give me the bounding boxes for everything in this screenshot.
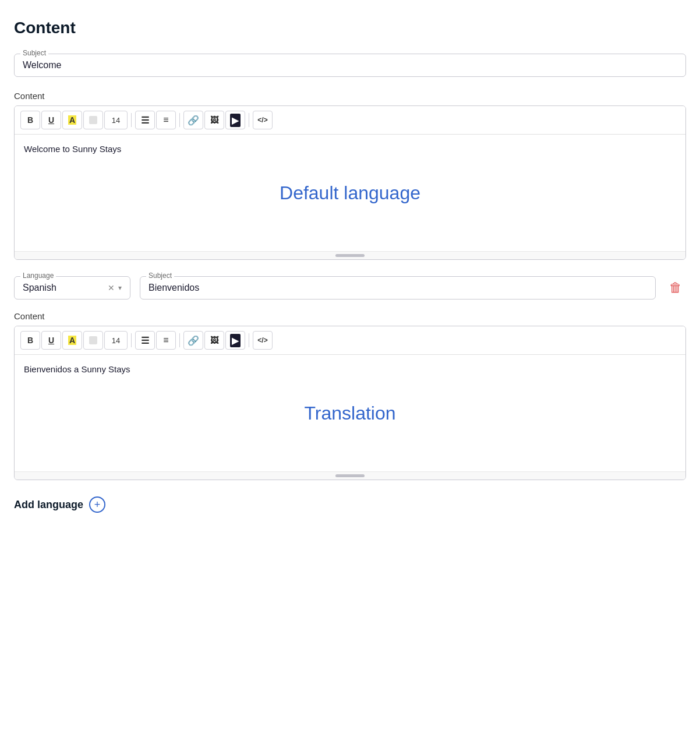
bold-button-default[interactable]: B xyxy=(20,111,40,129)
toolbar-sep-1 xyxy=(131,113,132,127)
editor-scrollbar-default xyxy=(15,251,685,259)
translation-label: Translation xyxy=(304,403,395,424)
align-button-default[interactable]: ≡ xyxy=(156,111,176,129)
font-size-button-translation[interactable]: 14 xyxy=(104,331,128,350)
underline-button-default[interactable]: U xyxy=(41,111,61,129)
video-button-default[interactable]: ▶ xyxy=(225,111,245,129)
editor-body-default[interactable]: Welcome to Sunny Stays Default language xyxy=(15,135,685,251)
list-icon-translation: ☰ xyxy=(141,335,149,346)
image-button-default[interactable]: 🖼 xyxy=(204,111,224,129)
link-icon: 🔗 xyxy=(188,115,199,126)
code-button-default[interactable]: </> xyxy=(253,111,273,129)
subject-field-group: Subject xyxy=(14,54,686,77)
add-language-row: Add language + xyxy=(14,496,686,513)
font-bg-button-translation[interactable] xyxy=(83,331,103,350)
video-icon-translation: ▶ xyxy=(230,334,241,347)
font-a-letter-translation: A xyxy=(68,336,76,345)
video-button-translation[interactable]: ▶ xyxy=(225,331,245,350)
scrollbar-handle-translation[interactable] xyxy=(335,474,365,477)
editor-toolbar-default: B U A 14 ☰ ≡ 🔗 🖼 ▶ xyxy=(15,106,685,135)
editor-body-translation[interactable]: Bienvenidos a Sunny Stays Translation xyxy=(15,355,685,471)
delete-translation-button[interactable]: 🗑 xyxy=(665,277,686,298)
video-icon: ▶ xyxy=(230,114,241,127)
translation-header-row: Language Spanish ✕ ▾ Subject 🗑 xyxy=(14,276,686,300)
scrollbar-handle-default[interactable] xyxy=(335,254,365,257)
subject-input[interactable] xyxy=(23,60,677,71)
add-language-button[interactable]: + xyxy=(89,496,105,513)
toolbar-sep-t2 xyxy=(179,333,180,347)
language-clear-button[interactable]: ✕ xyxy=(108,283,115,293)
translation-section: Language Spanish ✕ ▾ Subject 🗑 Content B xyxy=(14,276,686,480)
align-icon: ≡ xyxy=(163,115,168,125)
page-title: Content xyxy=(14,19,686,37)
font-bg-button-default[interactable] xyxy=(83,111,103,129)
font-color-button-default[interactable]: A xyxy=(62,111,82,129)
language-select-inner: Spanish ✕ ▾ xyxy=(23,283,122,293)
image-icon: 🖼 xyxy=(210,115,218,125)
toolbar-sep-t1 xyxy=(131,333,132,347)
default-language-label: Default language xyxy=(280,182,420,204)
subject-label: Subject xyxy=(20,49,48,57)
translation-subject-wrapper: Subject xyxy=(140,276,656,300)
language-chevron-button[interactable]: ▾ xyxy=(118,284,122,292)
language-select-label: Language xyxy=(20,272,56,280)
align-button-translation[interactable]: ≡ xyxy=(156,331,176,350)
translation-subject-label: Subject xyxy=(146,272,174,280)
align-icon-translation: ≡ xyxy=(163,335,168,346)
font-a-letter: A xyxy=(68,115,76,125)
list-button-default[interactable]: ☰ xyxy=(135,111,155,129)
language-select-wrapper: Language Spanish ✕ ▾ xyxy=(14,276,130,300)
subject-input-wrapper: Subject xyxy=(14,54,686,77)
add-language-label: Add language xyxy=(14,499,83,511)
trash-icon: 🗑 xyxy=(669,280,682,295)
toolbar-sep-3 xyxy=(249,113,249,127)
list-icon: ☰ xyxy=(141,115,149,126)
content-label-default: Content xyxy=(14,91,686,101)
language-controls: ✕ ▾ xyxy=(108,283,122,293)
translation-content-label: Content xyxy=(14,311,686,321)
list-button-translation[interactable]: ☰ xyxy=(135,331,155,350)
link-button-default[interactable]: 🔗 xyxy=(183,111,203,129)
editor-text-default: Welcome to Sunny Stays xyxy=(24,144,676,154)
translation-content-section: Content B U A 14 ☰ ≡ xyxy=(14,311,686,480)
editor-default: B U A 14 ☰ ≡ 🔗 🖼 ▶ xyxy=(14,105,686,260)
image-icon-translation: 🖼 xyxy=(210,336,218,345)
link-button-translation[interactable]: 🔗 xyxy=(183,331,203,350)
link-icon-translation: 🔗 xyxy=(188,335,199,346)
font-color-button-translation[interactable]: A xyxy=(62,331,82,350)
content-section-default: Content B U A 14 ☰ ≡ 🔗 🖼 xyxy=(14,91,686,260)
toolbar-sep-2 xyxy=(179,113,180,127)
translation-subject-input[interactable] xyxy=(149,283,647,293)
editor-translation: B U A 14 ☰ ≡ 🔗 xyxy=(14,326,686,480)
toolbar-sep-t3 xyxy=(249,333,249,347)
code-button-translation[interactable]: </> xyxy=(253,331,273,350)
image-button-translation[interactable]: 🖼 xyxy=(204,331,224,350)
language-value: Spanish xyxy=(23,283,56,293)
font-size-button-default[interactable]: 14 xyxy=(104,111,128,129)
editor-toolbar-translation: B U A 14 ☰ ≡ 🔗 xyxy=(15,326,685,355)
editor-text-translation: Bienvenidos a Sunny Stays xyxy=(24,364,676,374)
bold-button-translation[interactable]: B xyxy=(20,331,40,350)
editor-scrollbar-translation xyxy=(15,471,685,480)
underline-button-translation[interactable]: U xyxy=(41,331,61,350)
